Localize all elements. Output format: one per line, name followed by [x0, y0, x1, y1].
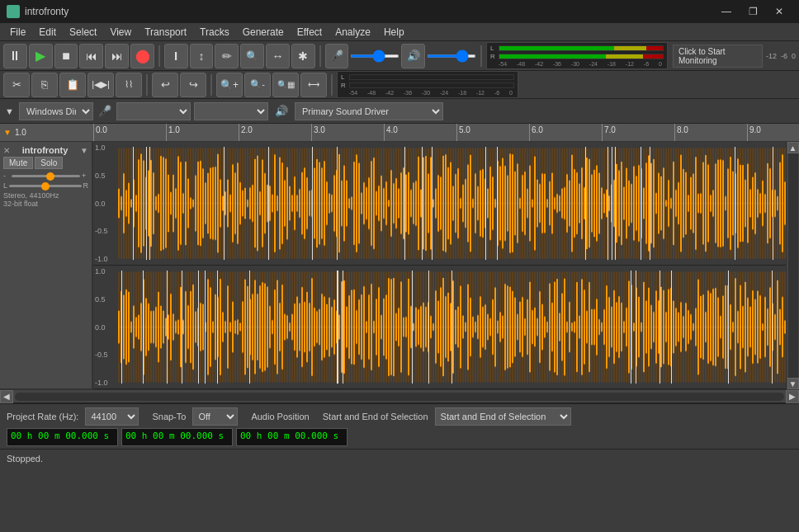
title-bar: introfronty — ❐ ✕ [0, 0, 799, 23]
maximize-button[interactable]: ❐ [740, 0, 766, 23]
y2-zero: 0.0 [95, 323, 116, 332]
menu-select[interactable]: Select [63, 25, 103, 40]
menu-generate[interactable]: Generate [236, 25, 291, 40]
track-info-line2: 32-bit float [3, 200, 88, 208]
menu-tracks[interactable]: Tracks [193, 25, 236, 40]
edit-toolbar: ✂ ⎘ 📋 |◀▶| ⌇⌇ ↩ ↪ 🔍+ 🔍- 🔍▦ ⟷ L R -54-48-… [0, 71, 799, 99]
cut-button[interactable]: ✂ [3, 73, 30, 97]
mic-device-icon: 🎤 [97, 102, 113, 120]
tick-7: 7.0 [602, 124, 674, 141]
select-tool[interactable]: I [164, 44, 188, 68]
project-rate-select[interactable]: 44100 [85, 407, 139, 426]
zoom-fit-button[interactable]: ⟷ [300, 73, 327, 97]
pan-row: L R [3, 181, 88, 190]
menu-transport[interactable]: Transport [138, 25, 193, 40]
volume-slider[interactable] [12, 175, 80, 177]
speaker-icon[interactable]: 🔊 [401, 44, 425, 68]
scroll-right-button[interactable]: ▶ [786, 390, 799, 403]
scroll-left-button[interactable]: ◀ [0, 390, 13, 403]
time-shift-tool[interactable]: ↔ [266, 44, 290, 68]
waveform-area[interactable]: 1.0 0.5 0.0 -0.5 -1.0 1.0 0.5 0.0 -0.5 -… [93, 142, 786, 389]
zoom-out-button[interactable]: 🔍- [244, 73, 271, 97]
menu-help[interactable]: Help [377, 25, 411, 40]
menu-edit[interactable]: Edit [32, 25, 63, 40]
trim-button[interactable]: |◀▶| [87, 73, 114, 97]
vu2-scale: -54-48-42-36-30-24-18-12-60 [341, 90, 513, 96]
volume-slider-row: - + [3, 172, 88, 180]
menu-file[interactable]: File [3, 25, 32, 40]
vu2-r-label: R [341, 82, 347, 89]
record-button[interactable]: ⬤ [130, 44, 154, 68]
monitoring-button[interactable]: Click to Start Monitoring [673, 45, 763, 68]
track-arrow-button[interactable]: ▼ [80, 146, 88, 155]
undo-button[interactable]: ↩ [152, 73, 178, 97]
vu-meters: L R -54-48-42-36-30-24-18-12-60 [486, 42, 668, 69]
timeline-ruler: ▼ 1.0 0.0 1.0 2.0 3.0 4.0 5.0 6.0 7.0 8.… [0, 124, 799, 142]
zoom-sel-button[interactable]: 🔍▦ [272, 73, 299, 97]
track-close-button[interactable]: ✕ [3, 146, 10, 155]
vertical-scrollbar[interactable]: ▲ ▼ [786, 142, 799, 389]
stop-button[interactable]: ■ [54, 44, 78, 68]
selection-type-select[interactable]: Start and End of Selection [435, 407, 571, 426]
draw-tool[interactable]: ✏ [215, 44, 239, 68]
menu-view[interactable]: View [103, 25, 138, 40]
y-nhalf: -0.5 [95, 227, 116, 235]
skip-back-button[interactable]: ⏮ [79, 44, 103, 68]
output-volume-slider[interactable] [427, 54, 476, 58]
input-volume-slider[interactable] [350, 54, 400, 58]
track-panel: ✕ introfronty ▼ Mute Solo - + L R [0, 142, 93, 389]
paste-button[interactable]: 📋 [59, 73, 86, 97]
multi-tool[interactable]: ✱ [291, 44, 315, 68]
waveform-canvas-1 [118, 142, 786, 265]
vol-minus-label: - [3, 172, 10, 180]
vu2-l-label: L [341, 73, 347, 81]
waveform-channel-1[interactable]: 1.0 0.5 0.0 -0.5 -1.0 [93, 142, 786, 266]
host-select[interactable]: Windows Dir [19, 102, 93, 120]
close-button[interactable]: ✕ [766, 0, 792, 23]
audio-position-display: 00 h 00 m 00.000 s [7, 428, 118, 446]
minimize-button[interactable]: — [713, 0, 740, 23]
output-volume-group [427, 54, 476, 58]
scroll-track-h[interactable] [15, 393, 784, 401]
input-device-select[interactable] [116, 102, 191, 120]
silence-button[interactable]: ⌇⌇ [116, 73, 142, 97]
solo-button[interactable]: Solo [35, 157, 63, 169]
waveform-channel-2[interactable]: 1.0 0.5 0.0 -0.5 -1.0 [93, 266, 786, 389]
audio-pos-label: Audio Position [251, 412, 309, 421]
mic-icon[interactable]: 🎤 [325, 44, 349, 68]
scroll-down-button[interactable]: ▼ [787, 378, 799, 389]
y-top: 1.0 [95, 144, 116, 152]
speaker-device-icon: 🔊 [275, 105, 288, 117]
vu2-row-r: R [341, 82, 514, 89]
time-displays: 00 h 00 m 00.000 s 00 h 00 m 00.000 s 00… [0, 428, 799, 449]
snap-to-select[interactable]: Off [192, 407, 238, 426]
horizontal-scrollbar: ◀ ▶ [0, 389, 799, 403]
menu-analyze[interactable]: Analyze [329, 25, 377, 40]
copy-button[interactable]: ⎘ [31, 73, 58, 97]
scroll-up-button[interactable]: ▲ [787, 142, 799, 153]
redo-button[interactable]: ↪ [180, 73, 206, 97]
track-info: Stereo, 44100Hz 32-bit float [3, 191, 88, 208]
output-device-select[interactable]: Primary Sound Driver [295, 102, 443, 120]
menu-effect[interactable]: Effect [291, 25, 329, 40]
status-text: Stopped. [7, 454, 43, 464]
pause-button[interactable]: ⏸ [3, 44, 27, 68]
play-button[interactable]: ▶ [29, 44, 53, 68]
envelope-tool[interactable]: ↕ [190, 44, 214, 68]
selection-start-display[interactable]: 00 h 00 m 00.000 s [121, 428, 233, 446]
app-icon [7, 5, 20, 18]
mute-button[interactable]: Mute [3, 157, 33, 169]
sep4 [146, 74, 148, 96]
selection-end-display[interactable]: 00 h 00 m 00.000 s [236, 428, 347, 446]
tick-6: 6.0 [529, 124, 602, 141]
zoom-in-button[interactable]: 🔍+ [216, 73, 243, 97]
zoom-tool-btn[interactable]: 🔍 [240, 44, 264, 68]
skip-fwd-button[interactable]: ⏭ [105, 44, 129, 68]
input-channels-select[interactable] [194, 102, 268, 120]
track-title-row: ✕ introfronty ▼ [3, 145, 88, 155]
volume-thumb [46, 172, 54, 181]
playhead-arrow-icon: ▼ [3, 128, 12, 137]
pan-slider[interactable] [9, 185, 81, 187]
tick-4: 4.0 [384, 124, 456, 141]
vol-plus-label: + [82, 172, 88, 180]
